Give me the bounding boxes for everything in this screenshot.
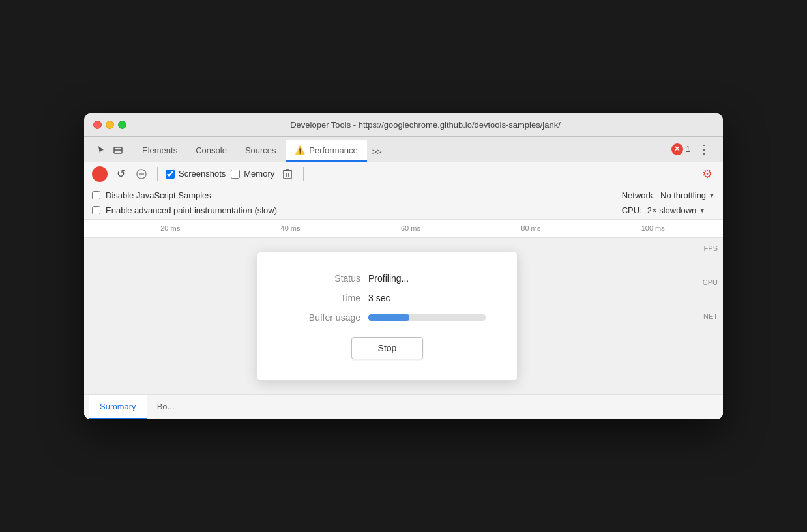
error-icon: ✕ bbox=[671, 143, 683, 155]
advanced-paint-label: Enable advanced paint instrumentation (s… bbox=[106, 205, 277, 215]
tab-summary[interactable]: Summary bbox=[89, 395, 147, 419]
time-value: 3 sec bbox=[368, 293, 390, 303]
tab-bottom-second[interactable]: Bo... bbox=[147, 395, 185, 419]
side-labels: FPS CPU NET bbox=[690, 238, 723, 394]
progress-bar-fill bbox=[368, 314, 409, 321]
tab-performance[interactable]: ⚠️ Performance bbox=[286, 140, 367, 162]
title-bar: Developer Tools - https://googlechrome.g… bbox=[84, 113, 723, 137]
gear-icon[interactable]: ⚙ bbox=[699, 166, 715, 182]
advanced-paint-row: Enable advanced paint instrumentation (s… bbox=[92, 205, 277, 215]
buffer-label: Buffer usage bbox=[289, 312, 360, 323]
timeline-ruler: 20 ms 40 ms 60 ms 80 ms 100 ms bbox=[84, 220, 723, 238]
disable-js-row: Disable JavaScript Samples bbox=[92, 190, 277, 200]
ruler-mark-20: 20 ms bbox=[160, 224, 180, 232]
devtools-window: Developer Tools - https://googlechrome.g… bbox=[84, 113, 723, 419]
status-label: Status bbox=[289, 273, 360, 284]
main-content: Status Profiling... Time 3 sec Buffer us… bbox=[84, 238, 723, 394]
reload-button[interactable]: ↺ bbox=[113, 166, 128, 182]
bottom-tabs: Summary Bo... bbox=[84, 394, 723, 419]
warning-icon: ⚠️ bbox=[295, 145, 305, 155]
tab-elements[interactable]: Elements bbox=[133, 140, 186, 162]
network-dropdown-arrow: ▼ bbox=[709, 192, 715, 199]
toolbar-divider-1 bbox=[157, 167, 158, 181]
network-select[interactable]: No throttling ▼ bbox=[660, 190, 715, 200]
tab-more[interactable]: >> bbox=[367, 141, 387, 162]
tab-sources[interactable]: Sources bbox=[236, 140, 286, 162]
settings-left: Disable JavaScript Samples Enable advanc… bbox=[92, 190, 277, 215]
cpu-label: CPU: bbox=[622, 205, 642, 215]
settings-bar: Disable JavaScript Samples Enable advanc… bbox=[84, 186, 723, 220]
toolbar: ↺ Screenshots Memory bbox=[84, 162, 723, 186]
cpu-side-label: CPU bbox=[703, 278, 718, 286]
fps-label: FPS bbox=[704, 244, 718, 252]
screenshots-checkbox[interactable] bbox=[166, 170, 175, 179]
network-row: Network: No throttling ▼ bbox=[622, 190, 715, 200]
dialog-overlay: Status Profiling... Time 3 sec Buffer us… bbox=[84, 238, 690, 394]
timeline-area: Status Profiling... Time 3 sec Buffer us… bbox=[84, 238, 690, 394]
cpu-select[interactable]: 2× slowdown ▼ bbox=[647, 205, 705, 215]
maximize-button[interactable] bbox=[118, 121, 126, 129]
advanced-paint-checkbox[interactable] bbox=[92, 206, 100, 214]
network-label: Network: bbox=[622, 190, 655, 200]
traffic-lights bbox=[93, 121, 126, 129]
ruler-mark-60: 60 ms bbox=[401, 224, 420, 232]
ruler-mark-40: 40 ms bbox=[281, 224, 301, 232]
status-row: Status Profiling... bbox=[289, 273, 486, 284]
minimize-button[interactable] bbox=[106, 121, 114, 129]
disable-js-label: Disable JavaScript Samples bbox=[106, 190, 211, 200]
cpu-dropdown-arrow: ▼ bbox=[699, 207, 705, 214]
ruler-marks: 20 ms 40 ms 60 ms 80 ms 100 ms bbox=[84, 224, 715, 232]
progress-bar-container bbox=[368, 314, 486, 321]
cursor-icon[interactable] bbox=[95, 143, 108, 156]
tab-bar: Elements Console Sources ⚠️ Performance … bbox=[84, 137, 723, 162]
tab-console[interactable]: Console bbox=[186, 140, 236, 162]
screenshots-checkbox-group: Screenshots bbox=[166, 169, 226, 179]
ruler-mark-100: 100 ms bbox=[641, 224, 665, 232]
toolbar-divider-2 bbox=[303, 167, 304, 181]
ruler-mark-80: 80 ms bbox=[521, 224, 540, 232]
net-label: NET bbox=[703, 312, 718, 320]
cpu-row: CPU: 2× slowdown ▼ bbox=[622, 205, 706, 215]
dock-icon[interactable] bbox=[111, 143, 125, 156]
window-title: Developer Tools - https://googlechrome.g… bbox=[137, 120, 714, 130]
error-badge: ✕ 1 bbox=[671, 143, 690, 155]
tab-left-tools bbox=[89, 138, 130, 162]
svg-rect-4 bbox=[284, 171, 291, 179]
menu-button[interactable]: ⋮ bbox=[696, 140, 712, 159]
delete-button[interactable] bbox=[280, 166, 295, 182]
time-row: Time 3 sec bbox=[289, 293, 486, 303]
settings-right: Network: No throttling ▼ CPU: 2× slowdow… bbox=[622, 190, 715, 215]
status-value: Profiling... bbox=[368, 273, 409, 284]
record-button[interactable] bbox=[92, 166, 108, 182]
profiling-dialog: Status Profiling... Time 3 sec Buffer us… bbox=[257, 252, 518, 381]
disable-js-checkbox[interactable] bbox=[92, 191, 100, 200]
tab-right-area: ✕ 1 ⋮ bbox=[666, 137, 718, 162]
memory-checkbox[interactable] bbox=[231, 170, 240, 179]
stop-button[interactable]: Stop bbox=[351, 337, 424, 359]
close-button[interactable] bbox=[93, 121, 102, 129]
screenshots-label: Screenshots bbox=[179, 169, 226, 179]
toolbar-right: ⚙ bbox=[699, 166, 715, 182]
clear-button[interactable] bbox=[134, 166, 149, 182]
time-label: Time bbox=[289, 293, 360, 303]
buffer-row: Buffer usage bbox=[289, 312, 486, 323]
memory-checkbox-group: Memory bbox=[231, 169, 274, 179]
memory-label: Memory bbox=[244, 169, 274, 179]
